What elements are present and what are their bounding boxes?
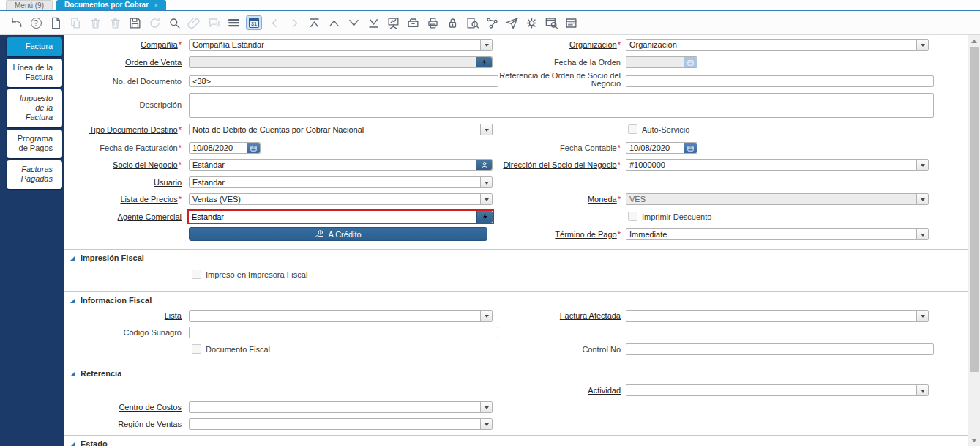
- print-icon[interactable]: [425, 15, 440, 30]
- report-window-icon[interactable]: [564, 15, 578, 30]
- next-record-icon[interactable]: [346, 15, 361, 30]
- region-ventas-label[interactable]: Región de Ventas: [66, 420, 182, 428]
- factura-afectada-label[interactable]: Factura Afectada: [483, 311, 621, 320]
- workflow-icon[interactable]: [485, 15, 499, 30]
- last-record-icon[interactable]: [366, 15, 381, 30]
- fecha-facturacion-field[interactable]: 10/08/2020: [189, 142, 261, 154]
- tipo-documento-label[interactable]: Tipo Documento Destino*: [66, 125, 182, 134]
- chevron-down-icon[interactable]: [916, 160, 928, 170]
- archive-icon[interactable]: [405, 15, 420, 30]
- chevron-down-icon[interactable]: [916, 194, 928, 204]
- tab-menu[interactable]: Menú (9): [6, 0, 53, 10]
- scroll-up-icon[interactable]: [971, 40, 977, 43]
- lista-precios-label[interactable]: Lista de Precios*: [66, 195, 182, 204]
- usuario-label[interactable]: Usuario: [66, 178, 182, 187]
- attachment-icon[interactable]: [187, 15, 201, 30]
- copy-record-icon[interactable]: [68, 15, 83, 30]
- lista-select[interactable]: [189, 310, 493, 322]
- region-ventas-select[interactable]: [189, 418, 493, 430]
- section-collapse-icon[interactable]: [70, 371, 75, 376]
- sidebar-item-impuesto-factura[interactable]: Impuesto de la Factura: [7, 89, 62, 127]
- actividad-label[interactable]: Actividad: [483, 386, 621, 395]
- chevron-down-icon[interactable]: [480, 402, 492, 412]
- zoom-across-icon[interactable]: [465, 15, 479, 30]
- centro-costos-select[interactable]: [189, 401, 493, 413]
- codigo-sunagro-input[interactable]: [189, 327, 498, 338]
- record-info-icon[interactable]: [544, 15, 558, 30]
- a-credito-button[interactable]: A Crédito: [189, 227, 487, 241]
- report-icon[interactable]: [386, 15, 400, 30]
- save-icon[interactable]: [127, 15, 142, 30]
- sidebar-item-programa-pagos[interactable]: Programa de Pagos: [7, 130, 62, 158]
- sidebar-item-facturas-pagadas[interactable]: Facturas Pagadas: [7, 160, 62, 189]
- section-estado[interactable]: Estado: [70, 439, 108, 446]
- new-record-icon[interactable]: [48, 15, 63, 30]
- chevron-down-icon[interactable]: [916, 229, 928, 239]
- calendar-picker-icon[interactable]: [684, 57, 697, 67]
- refresh-icon[interactable]: [147, 15, 162, 30]
- socio-negocio-field[interactable]: Estándar: [189, 159, 493, 171]
- lock-icon[interactable]: [445, 15, 460, 30]
- lista-label[interactable]: Lista: [66, 311, 182, 320]
- compania-select[interactable]: Compañía Estándar: [189, 39, 493, 51]
- undo-icon[interactable]: [9, 15, 23, 30]
- calendar-picker-icon[interactable]: [684, 143, 697, 153]
- scrollbar-thumb[interactable]: [970, 47, 979, 372]
- chevron-down-icon[interactable]: [480, 419, 492, 429]
- section-impresion-fiscal[interactable]: Impresión Fiscal: [70, 253, 144, 262]
- find-icon[interactable]: [167, 15, 182, 30]
- documento-fiscal-checkbox[interactable]: [192, 344, 201, 354]
- chevron-down-icon[interactable]: [916, 311, 928, 321]
- grid-toggle-icon[interactable]: [226, 15, 241, 30]
- orden-venta-label[interactable]: Orden de Venta: [66, 58, 182, 67]
- section-collapse-icon[interactable]: [70, 442, 75, 446]
- lista-precios-select[interactable]: Ventas (VES): [189, 193, 493, 205]
- fecha-orden-field[interactable]: [626, 56, 697, 68]
- chevron-down-icon[interactable]: [916, 40, 928, 50]
- delete-record-icon[interactable]: [88, 15, 102, 30]
- close-icon[interactable]: ×: [154, 1, 158, 10]
- fecha-contable-field[interactable]: 10/08/2020: [626, 142, 697, 154]
- organizacion-label[interactable]: Organización*: [483, 40, 621, 49]
- agente-comercial-field[interactable]: Estandar: [187, 209, 494, 224]
- sidebar-item-factura[interactable]: Factura: [7, 37, 62, 56]
- auto-servicio-checkbox[interactable]: [628, 124, 637, 134]
- tab-documentos-por-cobrar[interactable]: Documentos por Cobrar ×: [56, 0, 166, 10]
- section-collapse-icon[interactable]: [70, 256, 75, 261]
- tipo-documento-select[interactable]: Nota de Débito de Cuentas por Cobrar Nac…: [189, 124, 493, 135]
- vertical-scrollbar[interactable]: [968, 35, 980, 446]
- moneda-label[interactable]: Moneda*: [483, 195, 621, 204]
- calendar-icon[interactable]: 31: [246, 15, 262, 30]
- centro-costos-label[interactable]: Centro de Costos: [66, 403, 182, 412]
- chevron-down-icon[interactable]: [480, 124, 492, 135]
- previous-record-icon[interactable]: [326, 15, 341, 30]
- chevron-down-icon[interactable]: [916, 385, 928, 395]
- sidebar-item-linea-factura[interactable]: Línea de la Factura: [7, 59, 62, 87]
- direccion-socio-select[interactable]: #1000000: [626, 159, 929, 171]
- actividad-select[interactable]: [626, 384, 929, 396]
- moneda-select[interactable]: VES: [626, 193, 929, 205]
- factura-afectada-select[interactable]: [626, 310, 929, 322]
- no-documento-input[interactable]: <38>: [189, 75, 498, 87]
- control-no-input[interactable]: [626, 343, 934, 355]
- referencia-orden-input[interactable]: [626, 75, 934, 87]
- send-mail-icon[interactable]: [504, 15, 519, 30]
- termino-pago-select[interactable]: Immediate: [626, 228, 929, 240]
- orden-venta-field[interactable]: [189, 56, 493, 68]
- search-record-icon[interactable]: [476, 211, 493, 223]
- descripcion-textarea[interactable]: [189, 93, 934, 118]
- chevron-right-icon[interactable]: [287, 15, 302, 30]
- section-referencia[interactable]: Referencia: [70, 369, 121, 378]
- section-informacion-fiscal[interactable]: Informacion Fiscal: [70, 296, 152, 305]
- help-icon[interactable]: ?: [29, 15, 43, 30]
- chat-icon[interactable]: [206, 15, 221, 30]
- section-collapse-icon[interactable]: [70, 298, 75, 303]
- impreso-impresora-checkbox[interactable]: [192, 270, 201, 279]
- organizacion-select[interactable]: Organización: [626, 39, 929, 51]
- process-gear-icon[interactable]: [524, 15, 539, 30]
- socio-negocio-label[interactable]: Socio del Negocio*: [66, 160, 182, 169]
- agente-comercial-label[interactable]: Agente Comercial: [66, 212, 182, 221]
- scroll-down-icon[interactable]: [971, 439, 977, 442]
- chevron-down-icon[interactable]: [480, 177, 492, 187]
- direccion-socio-label[interactable]: Dirección del Socio del Negocio*: [483, 160, 621, 169]
